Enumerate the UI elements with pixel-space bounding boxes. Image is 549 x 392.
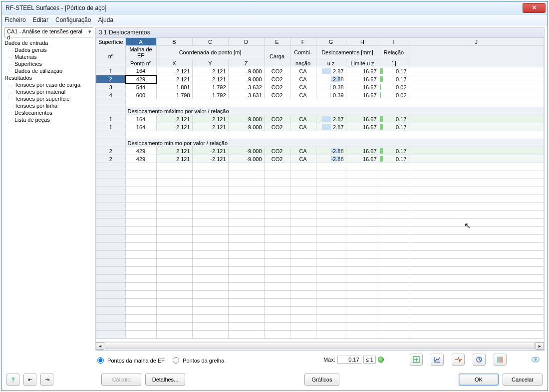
table-row[interactable]: 24292.121-2.121-9.000CO2CA-2.8816.670.17 <box>96 155 544 163</box>
titlebar: RF-STEEL Surfaces - [Pórtico de aço] ✕ <box>1 1 548 14</box>
menu-config[interactable]: Configuração <box>55 16 91 23</box>
col-d[interactable]: D <box>228 38 264 46</box>
col-h[interactable]: H <box>346 38 379 46</box>
col-e[interactable]: E <box>264 38 290 46</box>
toolbar-btn-5[interactable] <box>494 354 507 366</box>
col-g[interactable]: G <box>316 38 346 46</box>
tree-tensoes-carga[interactable]: Tensões por caso de carga <box>9 81 93 88</box>
toolbar-btn-1[interactable] <box>410 354 423 366</box>
col-b[interactable]: B <box>156 38 192 46</box>
tree-inputdata[interactable]: Dados de entrada <box>4 39 93 46</box>
table-row[interactable]: 35441.8011.792-3.632CO2CA0.3816.670.02 <box>96 83 544 91</box>
window: RF-STEEL Surfaces - [Pórtico de aço] ✕ F… <box>1 1 548 391</box>
table-row-empty <box>96 171 544 179</box>
col-pontono: Ponto nº <box>125 59 156 67</box>
table-row-empty <box>96 203 544 211</box>
ok-button[interactable]: OK <box>459 374 499 386</box>
status-ok-icon <box>378 357 384 363</box>
tree-deslocamentos[interactable]: Deslocamentos <box>9 109 93 116</box>
case-select-value: CA1 - Análise de tensões geral d <box>7 28 82 40</box>
toolbar-btn-3[interactable] <box>452 354 465 366</box>
export-icon: ⇥ <box>45 377 49 383</box>
scroll-thumb[interactable] <box>105 343 535 349</box>
table-row-empty <box>96 283 544 291</box>
tree-tensoes-material[interactable]: Tensões por material <box>9 88 93 95</box>
table-scroll-area[interactable]: Superfície A B C D E F G H I J <box>95 37 545 342</box>
scroll-right-arrow-icon[interactable]: ► <box>536 342 544 350</box>
tree-dados-util[interactable]: Dados de utilização <box>9 67 93 74</box>
case-select[interactable]: CA1 - Análise de tensões geral d <box>4 27 93 37</box>
svg-rect-3 <box>500 357 503 363</box>
tree-resultados[interactable]: Resultados <box>4 74 93 81</box>
max-label: Máx: <box>323 357 335 363</box>
col-a[interactable]: A <box>125 38 156 46</box>
calculo-button[interactable]: Cálculo <box>101 374 141 386</box>
table-row-empty <box>96 99 126 107</box>
close-button[interactable]: ✕ <box>523 3 546 13</box>
tree-tensoes-superficie[interactable]: Tensões por superfície <box>9 95 93 102</box>
col-j-empty <box>409 46 544 67</box>
col-f[interactable]: F <box>290 38 316 46</box>
help-button[interactable]: ? <box>6 374 19 386</box>
scroll-left-arrow-icon[interactable]: ◄ <box>96 342 104 350</box>
options-row: Pontos da malha de EF Pontos da grelha M… <box>95 351 545 369</box>
nav-tree: Dados de entrada Dados gerais Materiais … <box>4 39 93 369</box>
table-row-empty <box>96 211 544 219</box>
col-desloc: Deslocamentos [mm] <box>316 46 379 59</box>
menu-ficheiro[interactable]: Ficheiro <box>4 16 26 23</box>
table-row-empty <box>96 131 126 139</box>
tree-lista-pecas[interactable]: Lista de peças <box>9 116 93 123</box>
menu-editar[interactable]: Editar <box>33 16 48 23</box>
tree-materiais[interactable]: Materiais <box>9 53 93 60</box>
table-row-empty <box>96 187 544 195</box>
col-j[interactable]: J <box>409 38 544 46</box>
tree-tensoes-linha[interactable]: Tensões por linha <box>9 102 93 109</box>
toggle-visibility-button[interactable] <box>529 354 543 366</box>
tree-superficies[interactable]: Superfícies <box>9 60 93 67</box>
radio-pontos-malha[interactable]: Pontos da malha de EF <box>97 356 165 364</box>
col-c[interactable]: C <box>192 38 228 46</box>
col-ratiounit: [-] <box>379 59 409 67</box>
radio-pontos-grelha-input[interactable] <box>173 357 179 364</box>
import-button[interactable]: ⇤ <box>23 374 36 386</box>
menu-ajuda[interactable]: Ajuda <box>98 16 113 23</box>
table-row[interactable]: 24292.121-2.121-9.000CO2CA-2.8816.670.17 <box>96 75 544 83</box>
table-row-empty <box>96 227 544 235</box>
col-malha: Malha de EF <box>125 46 156 59</box>
table-row[interactable]: 1164-2.1212.121-9.000CO2CA2.8716.670.17 <box>96 123 544 131</box>
table-row-empty <box>96 307 544 315</box>
col-relacao: Relação <box>379 46 409 59</box>
radio-pontos-malha-input[interactable] <box>97 357 104 364</box>
col-carga: Carga <box>264 46 290 67</box>
toolbar-btn-2[interactable] <box>431 354 444 366</box>
table-row-empty <box>96 163 544 171</box>
col-superficie-top: Superfície <box>96 38 126 46</box>
table-row-empty <box>96 299 544 307</box>
sidebar: CA1 - Análise de tensões geral d Dados d… <box>4 27 93 369</box>
graficos-button[interactable]: Gráficos <box>304 374 339 386</box>
table-row-empty <box>96 331 544 339</box>
table-row-empty <box>96 275 544 283</box>
table-row[interactable]: 1164-2.1212.121-9.000CO2CA2.8716.670.17 <box>96 67 544 75</box>
table-row-empty <box>96 243 544 251</box>
col-limite: Limite u z <box>346 59 379 67</box>
window-title: RF-STEEL Surfaces - [Pórtico de aço] <box>5 4 523 11</box>
table-row-empty <box>96 195 544 203</box>
col-i[interactable]: I <box>379 38 409 46</box>
table-row-empty <box>96 267 544 275</box>
table-row[interactable]: 46001.798-1.792-3.631CO2CA0.3916.670.02 <box>96 91 544 99</box>
tree-dados-gerais[interactable]: Dados gerais <box>9 46 93 53</box>
toolbar-btn-4[interactable] <box>473 354 486 366</box>
table-row[interactable]: 24292.121-2.121-9.000CO2CA-2.8816.670.17 <box>96 147 544 155</box>
cancelar-button[interactable]: Cancelar <box>503 374 543 386</box>
detalhes-button[interactable]: Detalhes... <box>145 374 185 386</box>
col-uz: u z <box>316 59 346 67</box>
table-row-empty <box>96 315 544 323</box>
section-min: Deslocamento mínimo por valor / relação <box>125 139 544 147</box>
col-x: X <box>156 59 192 67</box>
radio-pontos-grelha[interactable]: Pontos da grelha <box>173 356 224 364</box>
export-button[interactable]: ⇥ <box>40 374 53 386</box>
table-row[interactable]: 1164-2.1212.121-9.000CO2CA2.8716.670.17 <box>96 115 544 123</box>
menubar: Ficheiro Editar Configuração Ajuda <box>1 14 548 25</box>
horizontal-scrollbar[interactable]: ◄ ► <box>95 342 545 351</box>
